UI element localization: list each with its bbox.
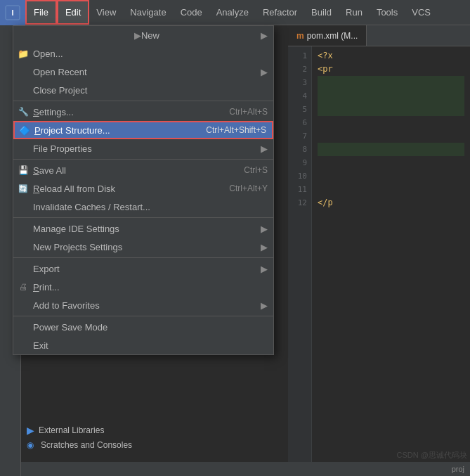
menu-item-new-projects-label: New Projects Settings — [33, 242, 122, 252]
menu-item-save-all[interactable]: 💾 Save All Ctrl+S — [13, 161, 273, 179]
separator-5 — [13, 316, 273, 316]
menu-item-new-submenu: ▶ — [261, 30, 268, 41]
menu-item-reload-icon: 🔄 — [18, 184, 29, 193]
menu-item-manage-ide-label: Manage IDE Settings — [33, 224, 119, 234]
line-8: 8 — [288, 143, 311, 156]
menu-item-project-structure-label: Project Structure... — [34, 125, 110, 136]
menu-item-project-structure-shortcut: Ctrl+Alt+Shift+S — [206, 125, 266, 135]
line-numbers: 1 2 3 4 5 6 7 8 9 10 11 12 — [288, 46, 312, 476]
code-editor[interactable]: 1 2 3 4 5 6 7 8 9 10 11 12 <?x <pr </p — [288, 46, 470, 476]
menu-item-new-label: New — [141, 30, 159, 41]
menu-item-project-structure-icon: 🔷 — [19, 125, 30, 136]
menubar: I File Edit View Navigate Code Analyze R… — [0, 0, 470, 25]
menu-item-settings-icon: 🔧 — [18, 107, 29, 117]
statusbar-right: proj — [452, 465, 464, 473]
code-line-9 — [318, 156, 464, 169]
menu-item-invalidate[interactable]: Invalidate Caches / Restart... — [13, 198, 273, 216]
menu-item-open-label: Open... — [33, 49, 63, 59]
line-1: 1 — [288, 49, 311, 63]
line-7: 7 — [288, 129, 311, 143]
menu-analyze[interactable]: Analyze — [209, 0, 256, 25]
menu-item-new[interactable]: ▶ New ▶ — [13, 26, 273, 44]
menu-edit[interactable]: Edit — [57, 0, 89, 25]
external-libs-icon: ▶ — [27, 425, 34, 436]
menu-item-file-properties[interactable]: File Properties ▶ — [13, 139, 273, 157]
menu-item-settings[interactable]: 🔧 Settings... Ctrl+Alt+S — [13, 103, 273, 121]
line-3: 3 — [288, 76, 311, 89]
external-libs-section: ▶ External Libraries ◉ Scratches and Con… — [21, 420, 270, 455]
scratches-item[interactable]: ◉ Scratches and Consoles — [27, 438, 265, 452]
menu-item-invalidate-label: Invalidate Caches / Restart... — [33, 202, 150, 212]
code-content[interactable]: <?x <pr </p — [312, 46, 470, 476]
menu-item-power-save-label: Power Save Mode — [33, 322, 107, 333]
code-line-5 — [318, 103, 464, 116]
menu-tools[interactable]: Tools — [370, 0, 405, 25]
menu-item-new-arrow: ▶ — [134, 30, 141, 41]
menu-item-save-all-label: Save All — [33, 165, 66, 176]
menu-item-manage-ide-arrow: ▶ — [261, 224, 268, 234]
menu-item-add-favorites[interactable]: Add to Favorites ▶ — [13, 296, 273, 314]
menu-item-save-all-icon: 💾 — [18, 165, 29, 175]
line-12: 12 — [288, 196, 311, 210]
menu-item-open-recent[interactable]: Open Recent ▶ — [13, 63, 273, 81]
menu-view[interactable]: View — [89, 0, 123, 25]
separator-2 — [13, 159, 273, 160]
menu-item-file-properties-label: File Properties — [33, 143, 92, 154]
menu-item-exit[interactable]: Exit — [13, 336, 273, 354]
line-9: 9 — [288, 156, 311, 169]
menu-item-open-icon: 📁 — [18, 49, 29, 59]
menu-item-close-project[interactable]: Close Project — [13, 81, 273, 99]
menu-item-project-structure[interactable]: 🔷 Project Structure... Ctrl+Alt+Shift+S — [13, 121, 273, 139]
menu-item-new-projects-arrow: ▶ — [261, 242, 268, 252]
scratches-icon: ◉ — [27, 440, 34, 450]
scratches-label: Scratches and Consoles — [41, 440, 132, 450]
code-line-11 — [318, 183, 464, 196]
external-libraries-item[interactable]: ▶ External Libraries — [27, 423, 265, 438]
menu-item-file-properties-arrow: ▶ — [261, 143, 268, 154]
line-5: 5 — [288, 103, 311, 116]
line-10: 10 — [288, 169, 311, 183]
menu-item-open-recent-arrow: ▶ — [261, 67, 268, 77]
menu-item-print[interactable]: 🖨 Print... — [13, 278, 273, 296]
menu-refactor[interactable]: Refactor — [256, 0, 304, 25]
statusbar: proj — [0, 462, 470, 476]
code-line-2: <pr — [318, 63, 464, 76]
code-line-1: <?x — [318, 49, 464, 63]
tab-label: pom.xml (M... — [307, 31, 358, 41]
menu-item-power-save[interactable]: Power Save Mode — [13, 318, 273, 336]
menu-item-manage-ide[interactable]: Manage IDE Settings ▶ — [13, 219, 273, 238]
separator-4 — [13, 257, 273, 258]
menu-item-add-favorites-label: Add to Favorites — [33, 300, 100, 311]
menu-items: File Edit View Navigate Code Analyze Ref… — [25, 0, 438, 25]
code-line-12: </p — [318, 196, 464, 210]
menu-item-reload-shortcut: Ctrl+Alt+Y — [229, 184, 268, 193]
tab-icon-m: m — [296, 31, 304, 41]
menu-code[interactable]: Code — [174, 0, 209, 25]
menu-item-open[interactable]: 📁 Open... — [13, 44, 273, 63]
menu-item-new-projects-settings[interactable]: New Projects Settings ▶ — [13, 238, 273, 256]
menu-item-settings-shortcut: Ctrl+Alt+S — [229, 107, 268, 117]
line-4: 4 — [288, 89, 311, 103]
menu-item-close-project-label: Close Project — [33, 85, 87, 96]
menu-item-settings-label: Settings... — [33, 107, 74, 117]
menu-run[interactable]: Run — [339, 0, 370, 25]
menu-item-save-all-shortcut: Ctrl+S — [244, 165, 268, 175]
menu-item-export[interactable]: Export ▶ — [13, 259, 273, 278]
line-11: 11 — [288, 183, 311, 196]
menu-navigate[interactable]: Navigate — [123, 0, 173, 25]
editor-tab-pom[interactable]: m pom.xml (M... — [288, 25, 367, 46]
separator-1 — [13, 101, 273, 101]
file-dropdown-menu: ▶ New ▶ 📁 Open... Open Recent ▶ Close Pr… — [13, 25, 274, 355]
line-6: 6 — [288, 116, 311, 129]
menu-vcs[interactable]: VCS — [405, 0, 438, 25]
menu-item-add-favorites-arrow: ▶ — [261, 300, 268, 311]
menu-item-reload-all[interactable]: 🔄 Reload All from Disk Ctrl+Alt+Y — [13, 179, 273, 198]
menu-item-exit-label: Exit — [33, 340, 48, 351]
menu-build[interactable]: Build — [304, 0, 339, 25]
app-logo: I — [0, 0, 25, 25]
menu-file[interactable]: File — [25, 0, 57, 25]
menu-item-print-icon: 🖨 — [18, 282, 29, 292]
code-line-7 — [318, 129, 464, 143]
menu-item-open-recent-label: Open Recent — [33, 67, 87, 77]
code-line-3 — [318, 76, 464, 89]
